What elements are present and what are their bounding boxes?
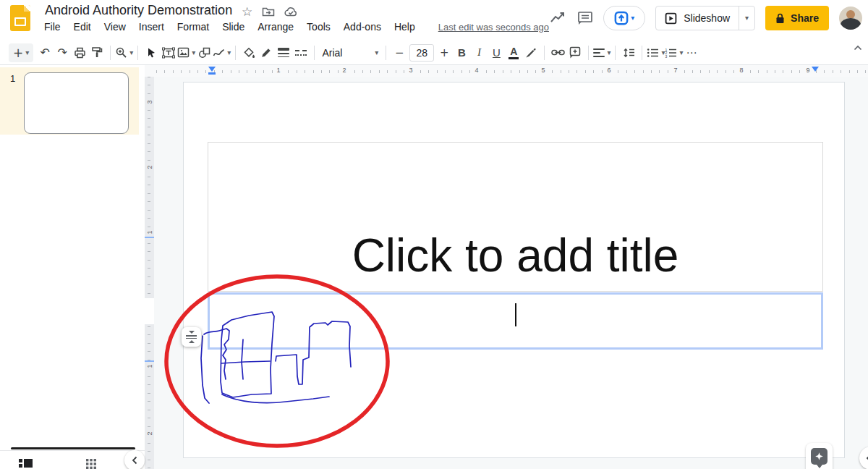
hruler-num: 6 <box>605 67 613 74</box>
menu-arrange[interactable]: Arrange <box>258 21 294 33</box>
title-placeholder-text[interactable]: Click to add title <box>208 229 822 282</box>
slides-logo-icon[interactable] <box>10 5 30 31</box>
highlight-color-button[interactable] <box>522 43 540 62</box>
align-caret[interactable]: ▾ <box>607 49 610 56</box>
menu-format[interactable]: Format <box>177 21 209 33</box>
toolbar: + ▾ ↶ ↷ ▾ ▾ ▾ Arial ▾ <box>0 41 868 65</box>
border-dash-button[interactable] <box>292 43 310 62</box>
svg-text:3: 3 <box>665 54 668 57</box>
undo-button[interactable]: ↶ <box>36 43 54 62</box>
redo-button[interactable]: ↷ <box>54 43 71 62</box>
app-bar: Android Authority Demonstration ☆ File E… <box>0 0 868 41</box>
scroll-right-button[interactable] <box>859 447 868 469</box>
menu-edit[interactable]: Edit <box>74 21 91 33</box>
insert-image-button[interactable]: ▾ <box>177 43 195 62</box>
avatar[interactable] <box>839 7 862 30</box>
select-tool-button[interactable] <box>142 43 160 62</box>
present-dropdown-caret[interactable]: ▾ <box>631 14 634 22</box>
ruler-ticks <box>148 77 150 469</box>
left-indent-marker[interactable] <box>208 67 216 75</box>
border-color-button[interactable] <box>258 43 275 62</box>
hruler-num: 1 <box>274 67 282 74</box>
menu-insert[interactable]: Insert <box>139 21 164 33</box>
slide-canvas[interactable]: Click to add title <box>154 77 868 469</box>
collapse-filmstrip-button[interactable] <box>124 450 145 469</box>
share-button[interactable]: Share <box>765 6 829 30</box>
menu-view[interactable]: View <box>104 21 126 33</box>
vruler-num: 3 <box>146 98 153 106</box>
hruler-num: 9 <box>804 67 812 74</box>
slideshow-dropdown[interactable]: ▾ <box>739 7 754 30</box>
menu-addons[interactable]: Add-ons <box>344 21 381 33</box>
bulleted-list-button[interactable]: ▾ <box>647 43 665 62</box>
vruler-box-top-mark <box>145 237 154 238</box>
text-color-button[interactable]: A <box>505 43 522 62</box>
new-slide-caret: ▾ <box>25 49 29 56</box>
font-family-select[interactable]: Arial ▾ <box>319 43 381 62</box>
paint-format-button[interactable] <box>88 43 106 62</box>
numbered-list-button[interactable]: 123 ▾ <box>665 43 683 62</box>
logo-fold <box>24 5 30 12</box>
move-folder-icon[interactable] <box>262 6 275 17</box>
underline-button[interactable]: U <box>488 43 505 62</box>
star-icon[interactable]: ☆ <box>242 4 252 19</box>
italic-button[interactable]: I <box>470 43 488 62</box>
insert-line-button[interactable]: ▾ <box>213 43 231 62</box>
comment-history-icon[interactable] <box>577 11 593 25</box>
insert-shape-button[interactable] <box>195 43 213 62</box>
hide-menus-button[interactable] <box>854 45 862 51</box>
vruler-num: 1 <box>146 363 153 371</box>
slideshow-play-icon <box>665 12 677 25</box>
align-button[interactable]: ▾ <box>593 43 610 62</box>
hruler-num: 7 <box>671 67 679 74</box>
insights-icon[interactable] <box>550 12 567 25</box>
zoom-button[interactable]: ▾ <box>115 43 133 62</box>
add-comment-button[interactable] <box>566 43 584 62</box>
print-button[interactable] <box>71 43 88 62</box>
menu-file[interactable]: File <box>44 21 61 33</box>
grid-view-button[interactable] <box>86 459 96 469</box>
filmstrip-selected-row[interactable]: 1 <box>0 67 139 135</box>
bold-button[interactable]: B <box>453 43 470 62</box>
right-indent-marker[interactable] <box>812 67 819 72</box>
vruler-num: 2 <box>146 430 153 438</box>
cloud-status-icon[interactable] <box>284 7 298 17</box>
present-to-meeting-button[interactable]: ▾ <box>603 6 645 30</box>
filmstrip-panel: 1 <box>0 65 145 469</box>
title-placeholder-box[interactable]: Click to add title <box>208 142 823 292</box>
last-edit-status[interactable]: Last edit was seconds ago <box>438 22 549 33</box>
menu-help[interactable]: Help <box>394 21 415 33</box>
line-spacing-button[interactable] <box>620 43 637 62</box>
slide-number: 1 <box>10 73 15 84</box>
menu-tools[interactable]: Tools <box>307 21 331 33</box>
explore-button[interactable] <box>806 443 833 469</box>
filmstrip-scrollbar[interactable] <box>11 447 135 449</box>
spacing-handle-widget[interactable] <box>182 327 201 347</box>
hruler-num: 2 <box>340 67 348 74</box>
document-title[interactable]: Android Authority Demonstration <box>45 3 232 18</box>
new-slide-button[interactable]: + ▾ <box>9 43 33 62</box>
horizontal-ruler: 1 2 3 4 5 6 7 8 9 <box>145 65 868 77</box>
hruler-num: 3 <box>407 67 414 74</box>
hruler-num: 8 <box>737 67 745 74</box>
ruler-ticks <box>156 70 867 73</box>
decrease-font-button[interactable]: − <box>391 43 408 62</box>
text-box-button[interactable] <box>160 43 177 62</box>
fill-color-button[interactable] <box>240 43 258 62</box>
slideshow-button[interactable]: Slideshow ▾ <box>655 6 755 30</box>
font-size-input[interactable]: 28 <box>409 44 434 62</box>
more-options-button[interactable]: ⋯ <box>683 43 700 62</box>
vertical-ruler: 3 2 1 1 2 <box>145 77 154 469</box>
line-caret[interactable]: ▾ <box>227 49 231 56</box>
filmstrip-view-button[interactable] <box>19 458 33 468</box>
increase-font-button[interactable]: + <box>435 43 453 62</box>
menu-slide[interactable]: Slide <box>222 21 244 33</box>
vruler-num: 2 <box>146 164 153 172</box>
hruler-num: 5 <box>539 67 547 74</box>
font-family-value: Arial <box>322 47 342 59</box>
insert-link-button[interactable] <box>549 43 566 62</box>
slide-thumbnail[interactable] <box>24 72 129 134</box>
share-label: Share <box>791 12 819 24</box>
border-weight-button[interactable] <box>275 43 292 62</box>
zoom-caret[interactable]: ▾ <box>129 49 133 56</box>
